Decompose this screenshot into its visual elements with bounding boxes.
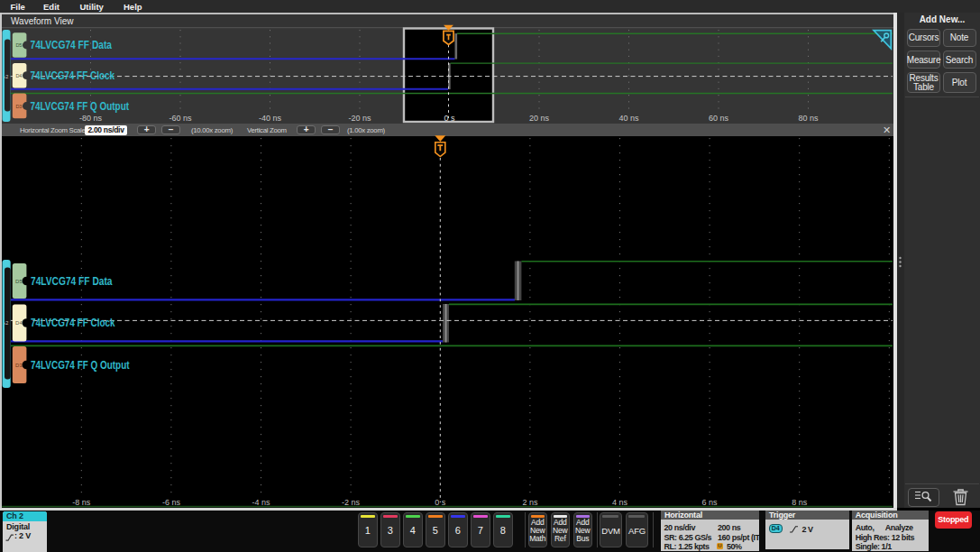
svg-text:-8 ns: -8 ns (72, 498, 91, 507)
svg-text:60 ns: 60 ns (709, 114, 729, 123)
svg-text:74LVCG74 FF Q Output: 74LVCG74 FF Q Output (31, 99, 130, 113)
svg-text:D3: D3 (15, 363, 23, 368)
svg-text:‹2: ‹2 (4, 320, 8, 326)
svg-text:74LVCG74 FF Data: 74LVCG74 FF Data (31, 38, 113, 51)
svg-text:D5: D5 (15, 42, 22, 48)
svg-text:74LVCG74 FF Clock: 74LVCG74 FF Clock (31, 316, 115, 329)
svg-text:4 ns: 4 ns (612, 498, 628, 507)
svg-text:74LVCG74 FF Clock: 74LVCG74 FF Clock (31, 69, 115, 82)
svg-text:-4 ns: -4 ns (252, 498, 270, 507)
svg-text:8 ns: 8 ns (792, 498, 808, 507)
svg-text:-40 ns: -40 ns (259, 114, 282, 123)
svg-text:2 ns: 2 ns (522, 498, 538, 507)
svg-text:D4: D4 (15, 73, 22, 78)
svg-text:0 s: 0 s (444, 114, 455, 123)
svg-text:D3: D3 (15, 104, 22, 109)
svg-text:80 ns: 80 ns (798, 114, 819, 123)
svg-text:0 s: 0 s (435, 498, 446, 507)
svg-text:20 ns: 20 ns (529, 114, 550, 123)
svg-text:D5: D5 (15, 279, 23, 284)
svg-text:D4: D4 (15, 320, 23, 326)
svg-text:74LVCG74 FF Q Output: 74LVCG74 FF Q Output (31, 358, 130, 372)
svg-text:‹2: ‹2 (4, 74, 8, 79)
svg-text:6 ns: 6 ns (702, 498, 719, 507)
svg-text:-6 ns: -6 ns (162, 498, 181, 507)
svg-text:-80 ns: -80 ns (79, 114, 103, 123)
svg-text:-20 ns: -20 ns (348, 114, 371, 123)
svg-text:-2 ns: -2 ns (342, 498, 361, 507)
svg-text:-60 ns: -60 ns (169, 114, 192, 123)
svg-text:74LVCG74 FF Data: 74LVCG74 FF Data (31, 274, 113, 288)
svg-text:40 ns: 40 ns (618, 114, 639, 123)
